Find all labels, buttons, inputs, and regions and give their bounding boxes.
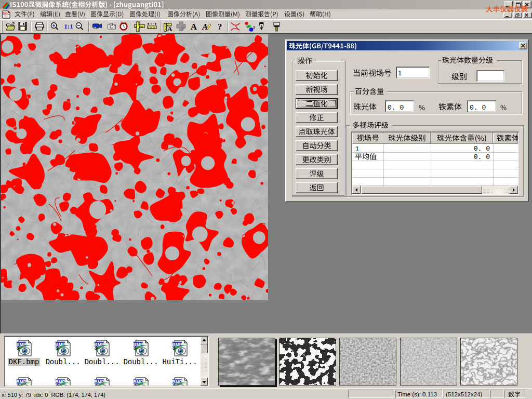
svg-text:?: ? (218, 22, 222, 32)
svg-text:1:1: 1:1 (64, 22, 73, 30)
svg-text:3: 3 (253, 25, 256, 30)
svg-text:A: A (191, 22, 197, 32)
svg-text:A: A (202, 22, 208, 31)
svg-text:A: A (167, 25, 172, 33)
